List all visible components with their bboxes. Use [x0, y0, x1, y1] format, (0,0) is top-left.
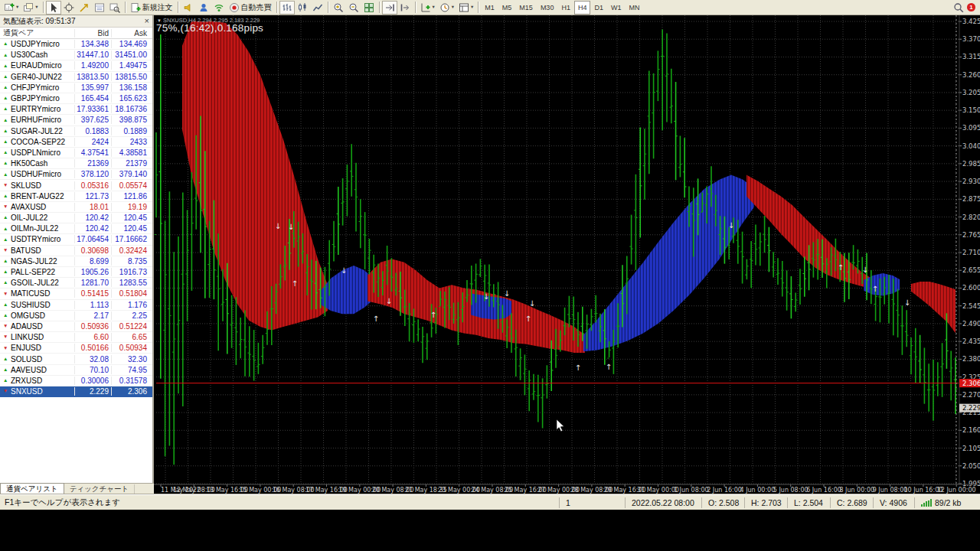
- table-row[interactable]: ▼ENJUSD0.501660.50934: [0, 343, 152, 354]
- ask-value: 0.32424: [111, 246, 150, 255]
- table-row[interactable]: ▼SKLUSD0.053160.05574: [0, 180, 152, 191]
- ask-value: 2433: [111, 138, 150, 146]
- table-row[interactable]: ▲USDJPYmicro134.348134.469: [0, 39, 152, 50]
- table-row[interactable]: ▲OILMn-JUL22120.42120.45: [0, 223, 152, 234]
- new-order-button[interactable]: 新規注文: [128, 1, 175, 15]
- data-window-button[interactable]: [92, 1, 107, 15]
- candlestick-chart-button[interactable]: [295, 1, 310, 15]
- column-bid[interactable]: Bid: [74, 29, 111, 37]
- status-help-text: F1キーでヘルプが表示されます: [0, 497, 559, 508]
- ask-value: 120.45: [111, 214, 150, 222]
- up-arrow-icon: ▲: [3, 64, 8, 69]
- table-row[interactable]: ▲GBPJPYmicro165.454165.623: [0, 93, 152, 104]
- community-button[interactable]: [196, 1, 211, 15]
- timeframe-w1-button[interactable]: W1: [607, 1, 626, 15]
- symbol-name: AVAXUSD: [11, 203, 46, 211]
- table-row[interactable]: ▲SOLUSD32.0832.30: [0, 354, 152, 364]
- symbol-name: OIL-JUL22: [11, 214, 47, 222]
- timeframe-h4-button[interactable]: H4: [574, 1, 591, 15]
- chart-window[interactable]: ▼SNXUSD,H4 2.294 2.295 2.183 2.229 75%,(…: [154, 15, 980, 494]
- table-row[interactable]: ▲CHFJPYmicro135.997136.158: [0, 83, 152, 93]
- svg-text:2.600: 2.600: [962, 284, 980, 292]
- table-row[interactable]: ▲EURTRYmicro17.9336118.16736: [0, 104, 152, 115]
- table-row[interactable]: ▼MATICUSD0.514150.51804: [0, 289, 152, 299]
- svg-text:31 May 00:00: 31 May 00:00: [637, 487, 679, 494]
- notification-badge[interactable]: 1: [967, 3, 975, 11]
- table-row[interactable]: ▼BATUSD0.306980.32424: [0, 246, 152, 256]
- close-icon[interactable]: ×: [145, 17, 149, 25]
- up-arrow-icon: ▲: [3, 313, 8, 318]
- table-row[interactable]: ▼LINKUSD6.606.65: [0, 332, 152, 343]
- symbol-name: CHFJPYmicro: [11, 83, 59, 92]
- table-row[interactable]: ▲US30Cash31447.1031451.00: [0, 50, 152, 60]
- timeframe-mn-button[interactable]: MN: [625, 1, 643, 15]
- ask-value: 165.623: [111, 94, 150, 103]
- tile-windows-icon: [364, 2, 374, 13]
- table-row[interactable]: ▲OIL-JUL22120.42120.45: [0, 213, 152, 223]
- table-row[interactable]: ▲PALL-SEP221905.261916.73: [0, 267, 152, 278]
- timeframe-m15-button[interactable]: M15: [515, 1, 537, 15]
- table-row[interactable]: ▲GSOIL-JUL221281.701283.55: [0, 278, 152, 289]
- bid-value: 0.1883: [74, 127, 111, 135]
- table-row[interactable]: ▲EURAUDmicro1.492001.49475: [0, 60, 152, 71]
- symbol-name: GBPJPYmicro: [11, 94, 60, 103]
- autotrade-button[interactable]: 自動売買: [227, 1, 274, 15]
- table-row[interactable]: ▲USDTRYmicro17.0645417.16662: [0, 234, 152, 245]
- column-symbol[interactable]: 通貨ペア: [0, 28, 74, 38]
- timeframe-m5-button[interactable]: M5: [498, 1, 516, 15]
- chart-preview-button[interactable]: [107, 1, 122, 15]
- ask-value: 2.25: [111, 311, 150, 320]
- table-row[interactable]: ▼ADAUSD0.509360.51224: [0, 321, 152, 332]
- templates-button[interactable]: ▾: [456, 1, 475, 15]
- symbol-name: USDPLNmicro: [11, 148, 60, 157]
- table-row[interactable]: ▼AVAXUSD18.0119.19: [0, 202, 152, 213]
- table-row[interactable]: ▲BRENT-AUG22121.73121.86: [0, 191, 152, 202]
- ask-value: 120.45: [111, 224, 150, 233]
- connection-button[interactable]: [211, 1, 227, 15]
- table-row[interactable]: ▲SUGAR-JUL220.18830.1889: [0, 126, 152, 137]
- new-chart-button[interactable]: ▾: [2, 1, 21, 15]
- table-row[interactable]: ▲SUSHIUSD1.1131.176: [0, 300, 152, 311]
- timeframe-d1-button[interactable]: D1: [590, 1, 607, 15]
- line-chart-button[interactable]: [310, 1, 325, 15]
- price-chart[interactable]: 3.4253.3703.3153.2603.2053.1503.0953.040…: [154, 15, 980, 494]
- bar-chart-button[interactable]: [279, 1, 295, 15]
- table-row[interactable]: ▲OMGUSD2.172.25: [0, 311, 152, 321]
- column-ask[interactable]: Ask: [111, 29, 150, 37]
- tile-windows-button[interactable]: [361, 1, 377, 15]
- bid-value: 0.50936: [74, 322, 111, 331]
- cursor-icon: [48, 2, 59, 13]
- table-row[interactable]: ▲USDPLNmicro4.375414.38581: [0, 148, 152, 158]
- crosshair-tool-button[interactable]: [61, 1, 77, 15]
- search-icon[interactable]: [953, 2, 964, 13]
- table-row[interactable]: ▲AAVEUSD70.1074.95: [0, 365, 152, 376]
- tab-symbols[interactable]: 通貨ペアリスト: [0, 483, 64, 494]
- zoom-in-button[interactable]: [331, 1, 346, 15]
- table-row[interactable]: ▲USDHUFmicro378.120379.140: [0, 169, 152, 180]
- ask-value: 1916.73: [111, 268, 150, 276]
- periods-button[interactable]: ▾: [437, 1, 456, 15]
- bid-value: 2424: [74, 138, 111, 146]
- zoom-out-button[interactable]: [346, 1, 361, 15]
- table-row[interactable]: ▲EURHUFmicro397.625398.875: [0, 115, 152, 126]
- timeframe-m30-button[interactable]: M30: [537, 1, 558, 15]
- table-row[interactable]: ▲HK50Cash2136921379: [0, 158, 152, 169]
- timeframe-h1-button[interactable]: H1: [557, 1, 574, 15]
- table-row[interactable]: ▲ZRXUSD0.300060.31578: [0, 376, 152, 386]
- tab-ticks[interactable]: ティックチャート: [64, 484, 136, 494]
- cursor-tool-button[interactable]: [46, 1, 61, 15]
- table-row[interactable]: ▲COCOA-SEP2224242433: [0, 137, 152, 148]
- chart-shift-button[interactable]: [397, 1, 413, 15]
- table-row[interactable]: ▼SNXUSD2.2292.306: [0, 386, 152, 397]
- profiles-button[interactable]: ▾: [21, 1, 40, 15]
- symbol-name: ADAUSD: [11, 322, 43, 331]
- symbol-name: SUSHIUSD: [11, 301, 51, 309]
- table-row[interactable]: ▲GER40-JUN2213813.5013815.50: [0, 72, 152, 83]
- alerts-button[interactable]: [181, 1, 196, 15]
- indicators-button[interactable]: ▾: [418, 1, 437, 15]
- table-row[interactable]: ▲NGAS-JUL228.6998.735: [0, 256, 152, 267]
- market-watch-panel: 気配値表示: 09:51:37 × 通貨ペア Bid Ask ▲USDJPYmi…: [0, 15, 154, 483]
- draw-tool-button[interactable]: [77, 1, 92, 15]
- auto-scroll-button[interactable]: [382, 1, 397, 15]
- timeframe-m1-button[interactable]: M1: [481, 1, 498, 15]
